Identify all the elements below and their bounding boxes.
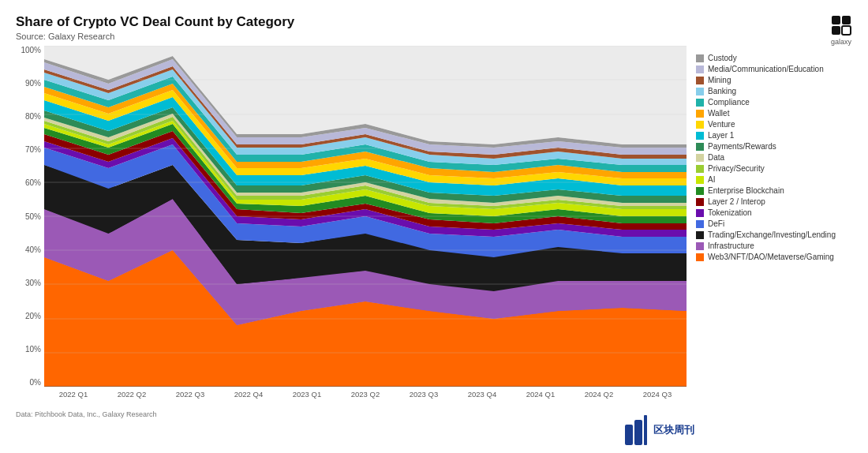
legend-label-mining: Mining <box>708 76 731 84</box>
legend-color-defi <box>696 220 704 228</box>
legend-infrastructure: Infrastructure <box>696 241 852 250</box>
legend-color-trading <box>696 231 704 239</box>
legend-label-layer1: Layer 1 <box>708 131 734 140</box>
svg-rect-0 <box>832 16 840 24</box>
watermark-text: 区块周刊 <box>653 423 694 437</box>
galaxy-logo-icon <box>830 14 852 36</box>
chart-main: 0% 10% 20% 30% 40% 50% 60% 70% 80% 90% 1… <box>16 46 687 409</box>
legend-color-mining <box>696 77 704 84</box>
x-tick-2022q3: 2022 Q3 <box>161 390 219 399</box>
legend-mining: Mining <box>696 76 852 84</box>
legend-color-ai <box>696 176 704 184</box>
legend-privacy: Privacy/Security <box>696 164 852 173</box>
legend-label-ai: AI <box>708 175 715 184</box>
legend-web3: Web3/NFT/DAO/Metaverse/Gaming <box>696 253 852 261</box>
legend-color-banking <box>696 88 704 95</box>
y-tick-20: 20% <box>16 312 44 320</box>
legend-color-custody <box>696 54 704 62</box>
legend-color-enterprise <box>696 187 704 195</box>
legend-label-custody: Custody <box>708 54 737 62</box>
logo-area: galaxy <box>830 14 852 46</box>
legend-label-payments: Payments/Rewards <box>708 142 776 151</box>
watermark: 区块周刊 <box>623 415 694 445</box>
y-tick-40: 40% <box>16 245 44 254</box>
legend-label-tokenization: Tokenization <box>708 208 752 217</box>
x-tick-2022q2: 2022 Q2 <box>103 390 161 399</box>
legend-defi: DeFi <box>696 219 852 228</box>
legend-tokenization: Tokenization <box>696 208 852 217</box>
y-tick-10: 10% <box>16 345 44 354</box>
y-tick-90: 90% <box>16 79 44 88</box>
y-tick-60: 60% <box>16 178 44 187</box>
legend-ai: AI <box>696 175 852 184</box>
x-tick-2022q4: 2022 Q4 <box>219 390 278 399</box>
y-tick-80: 80% <box>16 112 44 121</box>
legend-compliance: Compliance <box>696 98 852 107</box>
legend-label-wallet: Wallet <box>708 109 729 118</box>
x-tick-2023q4: 2023 Q4 <box>453 390 511 399</box>
legend-label-enterprise: Enterprise Blockchain <box>708 186 784 195</box>
legend-label-compliance: Compliance <box>708 98 750 107</box>
x-tick-2023q1: 2023 Q1 <box>278 390 336 399</box>
svg-rect-3 <box>842 26 851 35</box>
svg-rect-17 <box>644 415 647 445</box>
x-tick-2024q2: 2024 Q2 <box>570 390 628 399</box>
legend-color-payments <box>696 143 704 151</box>
legend-data: Data <box>696 153 852 162</box>
source-label: Source: Galaxy Research <box>16 32 852 41</box>
x-tick-2024q1: 2024 Q1 <box>511 390 570 399</box>
legend-color-media <box>696 66 704 73</box>
chart-canvas <box>44 46 687 387</box>
svg-rect-15 <box>625 425 633 445</box>
legend-venture: Venture <box>696 120 852 129</box>
x-tick-2024q3: 2024 Q3 <box>628 390 687 399</box>
watermark-icon <box>623 415 649 445</box>
y-tick-70: 70% <box>16 145 44 154</box>
legend-label-defi: DeFi <box>708 219 724 228</box>
legend-label-media: Media/Communication/Education <box>708 65 824 73</box>
footer-data: Data: Pitchbook Data, Inc., Galaxy Resea… <box>16 410 852 418</box>
svg-rect-16 <box>634 420 642 445</box>
y-axis: 0% 10% 20% 30% 40% 50% 60% 70% 80% 90% 1… <box>16 46 44 387</box>
legend-l2-interop: Layer 2 / Interop <box>696 197 852 206</box>
legend-color-compliance <box>696 99 704 107</box>
legend-color-venture <box>696 121 704 129</box>
page-title: Share of Crypto VC Deal Count by Categor… <box>16 14 852 30</box>
svg-rect-1 <box>842 16 851 24</box>
svg-rect-2 <box>832 26 840 35</box>
y-tick-100: 100% <box>16 46 44 54</box>
legend-label-venture: Venture <box>708 120 735 129</box>
legend-label-privacy: Privacy/Security <box>708 164 765 173</box>
legend-color-wallet <box>696 110 704 118</box>
x-tick-2023q3: 2023 Q3 <box>395 390 453 399</box>
legend-trading: Trading/Exchange/Investing/Lending <box>696 230 852 239</box>
legend-label-data: Data <box>708 153 724 162</box>
chart-area: 0% 10% 20% 30% 40% 50% 60% 70% 80% 90% 1… <box>16 46 852 409</box>
legend-media: Media/Communication/Education <box>696 65 852 73</box>
legend-color-web3 <box>696 253 704 261</box>
legend-color-infrastructure <box>696 242 704 250</box>
y-tick-0: 0% <box>16 378 44 387</box>
page-container: galaxy Share of Crypto VC Deal Count by … <box>0 0 868 453</box>
legend-label-infrastructure: Infrastructure <box>708 241 754 250</box>
legend-label-web3: Web3/NFT/DAO/Metaverse/Gaming <box>708 253 834 261</box>
legend-payments: Payments/Rewards <box>696 142 852 151</box>
legend-layer1: Layer 1 <box>696 131 852 140</box>
legend-color-l2 <box>696 198 704 206</box>
logo-text: galaxy <box>831 38 851 46</box>
legend-banking: Banking <box>696 87 852 95</box>
x-tick-2022q1: 2022 Q1 <box>44 390 103 399</box>
y-tick-30: 30% <box>16 279 44 287</box>
legend-color-data <box>696 154 704 162</box>
legend-color-layer1 <box>696 132 704 140</box>
y-tick-50: 50% <box>16 212 44 221</box>
legend-label-banking: Banking <box>708 87 736 95</box>
legend-label-trading: Trading/Exchange/Investing/Lending <box>708 230 836 239</box>
legend-enterprise: Enterprise Blockchain <box>696 186 852 195</box>
stacked-area-chart <box>44 46 687 387</box>
legend-custody: Custody <box>696 54 852 62</box>
legend-label-l2: Layer 2 / Interop <box>708 197 765 206</box>
legend-wallet: Wallet <box>696 109 852 118</box>
x-axis: 2022 Q1 2022 Q2 2022 Q3 2022 Q4 2023 Q1 … <box>44 387 687 409</box>
x-tick-2023q2: 2023 Q2 <box>336 390 395 399</box>
